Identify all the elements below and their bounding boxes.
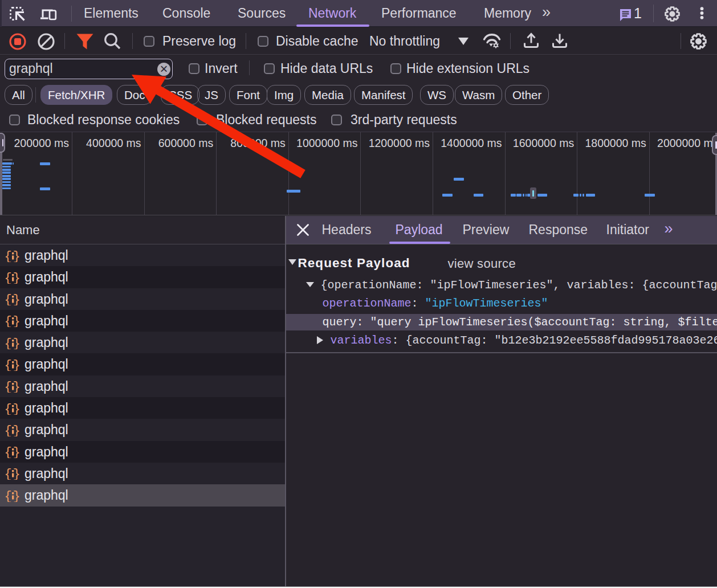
svg-text:{: {	[5, 315, 12, 327]
svg-text:{: {	[5, 337, 12, 349]
svg-text:{: {	[5, 271, 12, 284]
svg-text:{: {	[5, 467, 12, 480]
svg-text:{: {	[5, 358, 12, 371]
svg-text:{: {	[5, 489, 12, 502]
svg-text:{: {	[5, 402, 12, 415]
svg-text:{: {	[5, 446, 12, 458]
svg-text:{: {	[5, 250, 12, 262]
svg-text:{: {	[5, 293, 12, 305]
svg-text:{: {	[5, 424, 12, 436]
svg-text:{: {	[5, 380, 12, 393]
